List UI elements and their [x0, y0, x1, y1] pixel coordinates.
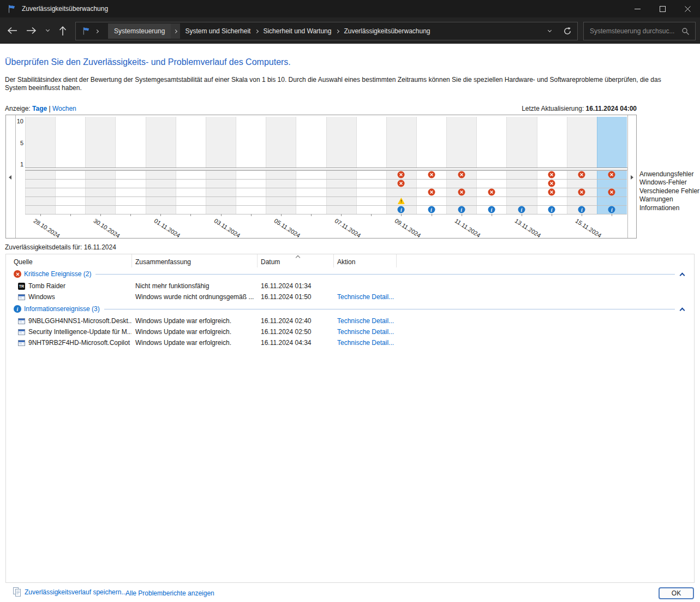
- chart-day-column[interactable]: [176, 117, 206, 214]
- icon-grid-line: [25, 170, 627, 171]
- chart-day-column[interactable]: [597, 117, 627, 214]
- x-axis-tick: [40, 214, 41, 216]
- x-axis-tick: [462, 214, 462, 216]
- chart-day-column[interactable]: [476, 117, 506, 214]
- forward-button[interactable]: [25, 23, 38, 38]
- chart-day-column[interactable]: [296, 117, 326, 214]
- information-icon: i: [578, 206, 585, 213]
- chart-day-column[interactable]: [206, 117, 236, 214]
- chart-day-column[interactable]: [537, 117, 567, 214]
- anzeige-label: Anzeige:: [5, 105, 31, 112]
- date-label: 09.11.2024: [393, 217, 422, 239]
- chart-day-column[interactable]: [25, 117, 55, 214]
- column-header-zusammenfassung[interactable]: Zusammenfassung: [135, 258, 191, 266]
- sort-ascending-icon[interactable]: [296, 255, 300, 260]
- address-bar[interactable]: Systemsteuerung System und Sicherheit Si…: [75, 22, 578, 40]
- date-label: 05.11.2024: [273, 217, 302, 239]
- chart-day-column[interactable]: [506, 117, 536, 214]
- back-button[interactable]: [5, 23, 19, 38]
- search-icon[interactable]: [681, 27, 690, 35]
- event-group-row[interactable]: iInformationsereignisse (3): [6, 302, 694, 315]
- chart-scroll-left[interactable]: [6, 115, 16, 238]
- stability-chart: 10 5 1 28.10.202430.10.202401.11.202403.…: [5, 115, 637, 239]
- column-header-aktion[interactable]: Aktion: [337, 258, 355, 266]
- view-tage-link[interactable]: Tage: [32, 105, 47, 112]
- cell-aktion: Technische Detail...: [333, 339, 394, 347]
- chart-day-column[interactable]: [446, 117, 476, 214]
- app-error-icon: [548, 171, 555, 178]
- collapse-chevron-icon[interactable]: [680, 272, 685, 278]
- collapse-chevron-icon[interactable]: [680, 307, 685, 313]
- cell-zusammenfassung: Windows Update war erfolgreich.: [131, 328, 257, 336]
- back-arrow-icon: [7, 27, 17, 34]
- icon-grid-line: [25, 205, 627, 206]
- column-header-quelle[interactable]: Quelle: [14, 258, 33, 266]
- event-row[interactable]: WindowsWindows wurde nicht ordnungsgemäß…: [6, 291, 694, 302]
- breadcrumb-item-zuverlaessigkeitsueberwachung[interactable]: Zuverlässigkeitsüberwachung: [344, 27, 430, 35]
- chart-day-column[interactable]: [55, 117, 85, 214]
- chart-day-column[interactable]: [567, 117, 597, 214]
- view-wochen-link[interactable]: Wochen: [52, 105, 76, 112]
- breadcrumb-item-systemsteuerung[interactable]: Systemsteuerung: [108, 23, 171, 39]
- breadcrumb-item-system-und-sicherheit[interactable]: System und Sicherheit: [185, 27, 250, 35]
- close-button[interactable]: [675, 0, 700, 17]
- x-axis-tick: [582, 214, 582, 216]
- save-history-link[interactable]: Zuverlässigkeitsverlauf speichern...: [13, 587, 127, 597]
- up-button[interactable]: [56, 23, 69, 38]
- chart-day-column[interactable]: [85, 117, 115, 214]
- breadcrumb-item-label: Systemsteuerung: [114, 27, 165, 35]
- breadcrumb-expand-systemsteuerung[interactable]: [171, 23, 180, 39]
- breadcrumb-item-sicherheit-und-wartung[interactable]: Sicherheit und Wartung: [263, 27, 331, 35]
- show-all-reports-link[interactable]: Alle Problemberichte anzeigen: [125, 589, 214, 597]
- refresh-button[interactable]: [558, 23, 577, 39]
- technical-details-link[interactable]: Technische Detail...: [337, 328, 394, 336]
- chart-day-column[interactable]: [266, 117, 296, 214]
- row-label-warnungen: Warnungen: [639, 195, 699, 204]
- maximize-icon: [660, 6, 666, 12]
- group-rule: [95, 274, 675, 275]
- app-error-icon: [428, 171, 435, 178]
- chart-day-column[interactable]: [326, 117, 356, 214]
- recent-pages-button[interactable]: [43, 23, 52, 38]
- header-separator: [131, 254, 132, 267]
- chart-day-column[interactable]: [115, 117, 145, 214]
- event-row[interactable]: 9NHT9RB2F4HD-Microsoft.CopilotWindows Up…: [6, 337, 694, 348]
- technical-details-link[interactable]: Technische Detail...: [337, 339, 394, 347]
- header-separator: [333, 254, 334, 267]
- breadcrumb-separator-icon[interactable]: [336, 29, 339, 33]
- chart-day-column[interactable]: [146, 117, 176, 214]
- cell-quelle: Windows: [6, 293, 131, 301]
- information-icon: i: [398, 206, 405, 213]
- x-axis-tick: [492, 214, 492, 216]
- details-title: Zuverlässigkeitsdetails für: 16.11.2024: [5, 243, 116, 251]
- chart-day-column[interactable]: [356, 117, 386, 214]
- address-dropdown-button[interactable]: [541, 23, 558, 39]
- technical-details-link[interactable]: Technische Detail...: [337, 317, 394, 325]
- event-group-row[interactable]: Kritische Ereignisse (2): [6, 267, 694, 281]
- maximize-button[interactable]: [650, 0, 675, 17]
- minimize-button[interactable]: [625, 0, 650, 17]
- icon-grid-line: [25, 179, 627, 180]
- cell-zusammenfassung: Windows Update war erfolgreich.: [131, 339, 257, 347]
- cell-quelle: 9NBLGGH4NNS1-Microsoft.Deskt...: [6, 317, 131, 325]
- chart-day-column[interactable]: [416, 117, 446, 214]
- report-pages-icon: [13, 587, 21, 597]
- chart-scroll-right[interactable]: [627, 115, 636, 238]
- search-box[interactable]: [583, 22, 696, 40]
- breadcrumb-separator-icon[interactable]: [95, 29, 99, 33]
- breadcrumb-separator-icon[interactable]: [255, 29, 259, 33]
- event-row[interactable]: Security Intelligence-Update für M...Win…: [6, 326, 694, 337]
- app-error-icon: [578, 171, 585, 178]
- save-history-label: Zuverlässigkeitsverlauf speichern...: [25, 588, 127, 596]
- chart-day-column[interactable]: [236, 117, 266, 214]
- details-panel: Quelle Zusammenfassung Datum Aktion Krit…: [5, 254, 695, 583]
- event-row[interactable]: TRTomb RaiderNicht mehr funktionsfähig16…: [6, 281, 694, 291]
- search-input[interactable]: [584, 27, 681, 35]
- event-row[interactable]: 9NBLGGH4NNS1-Microsoft.Deskt...Windows U…: [6, 315, 694, 326]
- column-header-datum[interactable]: Datum: [261, 258, 280, 266]
- technical-details-link[interactable]: Technische Detail...: [337, 293, 394, 301]
- cell-datum: 16.11.2024 04:34: [257, 339, 333, 347]
- ok-button[interactable]: OK: [659, 587, 694, 599]
- icon-grid-line: [25, 214, 627, 214]
- cell-zusammenfassung: Windows Update war erfolgreich.: [131, 317, 257, 325]
